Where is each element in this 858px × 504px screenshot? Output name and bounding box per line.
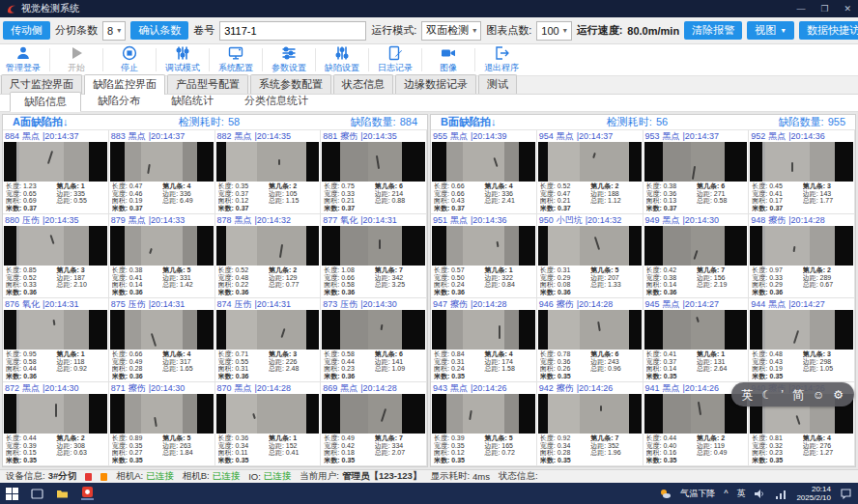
defect-thumbnail[interactable]: [432, 226, 535, 266]
close-icon[interactable]: ✕: [844, 4, 851, 14]
defect-thumbnail[interactable]: [110, 310, 214, 350]
defect-thumbnail[interactable]: [750, 310, 853, 350]
defect-thumbnail[interactable]: [750, 226, 853, 266]
ime-english-toggle[interactable]: 英: [742, 389, 754, 401]
toolbar-button-camera[interactable]: 图像: [427, 45, 470, 74]
defect-cell[interactable]: 876 氧化 |20:14:31 长度: 0.95 宽度: 0.58 面积: 0…: [3, 298, 109, 382]
defect-thumbnail[interactable]: [4, 226, 107, 266]
defect-cell[interactable]: 870 黑点 |20:14:28 长度: 0.36 宽度: 0.34 面积: 0…: [215, 382, 322, 466]
defect-thumbnail[interactable]: [644, 142, 748, 182]
defect-cell[interactable]: 881 擦伤 |20:14:35 长度: 0.75 宽度: 0.33 面积: 0…: [321, 130, 427, 214]
defect-cell[interactable]: 950 小凹坑 |20:14:32 长度: 0.31 宽度: 0.29 面积: …: [537, 214, 644, 298]
defect-thumbnail[interactable]: [644, 394, 748, 434]
moon-icon[interactable]: ☾: [762, 389, 773, 401]
defect-thumbnail[interactable]: [322, 394, 425, 434]
defect-cell[interactable]: 877 氧化 |20:14:31 长度: 1.08 宽度: 0.66 面积: 0…: [321, 214, 427, 298]
toolbar-button-sliders-h[interactable]: 参数设置: [268, 45, 310, 74]
toolbar-button-stop[interactable]: 停止: [108, 45, 151, 74]
network-icon[interactable]: [775, 488, 787, 500]
defect-cell[interactable]: 948 擦伤 |20:14:28 长度: 0.97 宽度: 0.33 面积: 0…: [749, 214, 855, 298]
defect-thumbnail[interactable]: [322, 142, 425, 182]
chart-points-select[interactable]: 100▾: [536, 21, 571, 41]
tab-4[interactable]: 状态信息: [333, 74, 393, 94]
defect-cell[interactable]: 871 擦伤 |20:14:30 长度: 0.89 宽度: 0.35 面积: 0…: [109, 382, 215, 466]
panel-b-title[interactable]: B面缺陷拍↓: [441, 115, 496, 129]
subtab-2[interactable]: 缺陷统计: [157, 91, 228, 111]
defect-cell[interactable]: 943 黑点 |20:14:26 长度: 0.39 宽度: 0.35 面积: 0…: [431, 382, 537, 466]
slit-count-select[interactable]: 8▾: [102, 21, 126, 41]
defect-cell[interactable]: 954 黑点 |20:14:37 长度: 0.52 宽度: 0.47 面积: 0…: [537, 130, 644, 214]
defect-thumbnail[interactable]: [110, 394, 214, 434]
volume-icon[interactable]: [754, 488, 766, 500]
weather-text[interactable]: 气温下降: [680, 488, 715, 500]
file-explorer-icon[interactable]: [56, 488, 69, 500]
defect-thumbnail[interactable]: [4, 310, 107, 350]
defect-cell[interactable]: 879 黑点 |20:14:33 长度: 0.38 宽度: 0.41 面积: 0…: [109, 214, 215, 298]
defect-thumbnail[interactable]: [216, 142, 320, 182]
defect-cell[interactable]: 944 黑点 |20:14:27 长度: 0.48 宽度: 0.43 面积: 0…: [749, 298, 855, 382]
defect-cell[interactable]: 955 黑点 |20:14:39 长度: 0.66 宽度: 0.66 面积: 0…: [431, 130, 537, 214]
defect-cell[interactable]: 872 黑点 |20:14:30 长度: 0.44 宽度: 0.39 面积: 0…: [3, 382, 109, 466]
defect-thumbnail[interactable]: [4, 394, 107, 434]
defect-thumbnail[interactable]: [322, 310, 425, 350]
tab-0[interactable]: 尺寸监控界面: [1, 74, 82, 94]
defect-cell[interactable]: 884 黑点 |20:14:37 长度: 1.23 宽度: 0.65 面积: 0…: [3, 130, 109, 214]
toolbar-button-sliders-v[interactable]: 调试模式: [161, 45, 204, 74]
defect-thumbnail[interactable]: [4, 142, 107, 182]
view-menu-button[interactable]: 视图▼: [747, 21, 794, 40]
toolbar-button-sliders-v2[interactable]: 缺陷设置: [321, 45, 363, 74]
confirm-count-button[interactable]: 确认条数: [130, 21, 188, 40]
run-mode-select[interactable]: 双面检测▾: [421, 21, 481, 41]
defect-thumbnail[interactable]: [110, 142, 214, 182]
maximize-icon[interactable]: ❐: [820, 4, 828, 14]
defect-thumbnail[interactable]: [216, 394, 320, 434]
tray-expand-caret[interactable]: ^: [724, 489, 728, 498]
weather-icon[interactable]: [659, 488, 672, 500]
defect-cell[interactable]: 946 擦伤 |20:14:28 长度: 0.78 宽度: 0.36 面积: 0…: [537, 298, 644, 382]
apostrophe-icon[interactable]: ’: [781, 389, 784, 401]
toolbar-button-log[interactable]: 日志记录: [374, 45, 416, 74]
defect-cell[interactable]: 878 黑点 |20:14:32 长度: 0.52 宽度: 0.48 面积: 0…: [215, 214, 322, 298]
roll-number-input[interactable]: [219, 21, 366, 41]
notification-center-icon[interactable]: [840, 488, 852, 500]
toolbar-button-monitor[interactable]: 系统配置: [214, 45, 257, 74]
toolbar-button-user[interactable]: 管理登录: [2, 45, 44, 74]
tab-5[interactable]: 边缘数据记录: [395, 74, 476, 94]
defect-cell[interactable]: 880 压伤 |20:14:35 长度: 0.85 宽度: 0.52 面积: 0…: [3, 214, 109, 298]
subtab-3[interactable]: 分类信息统计: [230, 91, 323, 111]
task-view-icon[interactable]: [31, 488, 43, 500]
ime-indicator[interactable]: 英: [736, 488, 745, 500]
panel-a-title[interactable]: A面缺陷拍↓: [13, 115, 68, 129]
defect-thumbnail[interactable]: [538, 310, 642, 350]
defect-cell[interactable]: 869 黑点 |20:14:28 长度: 0.49 宽度: 0.42 面积: 0…: [321, 382, 427, 466]
tab-1[interactable]: 缺陷监控界面: [84, 74, 165, 95]
toolbar-button-play[interactable]: 开始: [55, 45, 98, 74]
defect-cell[interactable]: 945 黑点 |20:14:27 长度: 0.41 宽度: 0.37 面积: 0…: [644, 298, 750, 382]
defect-cell[interactable]: 942 擦伤 |20:14:26 长度: 0.92 宽度: 0.34 面积: 0…: [537, 382, 644, 466]
subtab-0[interactable]: 缺陷信息: [10, 92, 81, 112]
defect-thumbnail[interactable]: [432, 394, 535, 434]
start-button-icon[interactable]: [6, 488, 18, 500]
defect-thumbnail[interactable]: [432, 310, 535, 350]
defect-cell[interactable]: 883 黑点 |20:14:37 长度: 0.47 宽度: 0.46 面积: 0…: [109, 130, 215, 214]
clear-alarm-button[interactable]: 清除报警: [684, 21, 742, 40]
defect-cell[interactable]: 949 黑点 |20:14:30 长度: 0.42 宽度: 0.38 面积: 0…: [644, 214, 750, 298]
transmission-side-button[interactable]: 传动侧: [3, 21, 50, 40]
minimize-icon[interactable]: —: [796, 4, 805, 14]
detection-app-taskbar-icon[interactable]: [81, 488, 94, 500]
defect-thumbnail[interactable]: [110, 226, 214, 266]
defect-thumbnail[interactable]: [644, 226, 748, 266]
defect-cell[interactable]: 882 黑点 |20:14:35 长度: 0.35 宽度: 0.37 面积: 0…: [215, 130, 322, 214]
defect-cell[interactable]: 953 黑点 |20:14:37 长度: 0.38 宽度: 0.36 面积: 0…: [644, 130, 750, 214]
ime-simplified-toggle[interactable]: 简: [792, 389, 804, 401]
defect-thumbnail[interactable]: [538, 142, 642, 182]
defect-thumbnail[interactable]: [322, 226, 425, 266]
defect-cell[interactable]: 947 擦伤 |20:14:28 长度: 0.84 宽度: 0.31 面积: 0…: [431, 298, 537, 382]
defect-cell[interactable]: 875 压伤 |20:14:31 长度: 0.66 宽度: 0.49 面积: 0…: [109, 298, 215, 382]
defect-cell[interactable]: 951 黑点 |20:14:36 长度: 0.57 宽度: 0.50 面积: 0…: [431, 214, 537, 298]
clock[interactable]: 20:14 2025/2/10: [796, 485, 831, 503]
defect-thumbnail[interactable]: [538, 226, 642, 266]
defect-thumbnail[interactable]: [216, 310, 320, 350]
defect-cell[interactable]: 873 压伤 |20:14:30 长度: 0.58 宽度: 0.44 面积: 0…: [321, 298, 427, 382]
gear-icon[interactable]: ⚙: [833, 389, 844, 401]
